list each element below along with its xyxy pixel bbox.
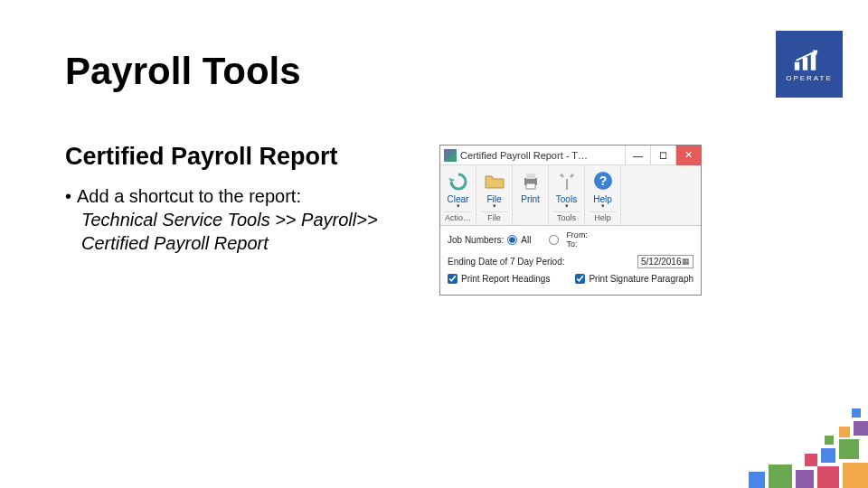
ending-date-value: 5/12/2016 [641,257,682,267]
minimize-button[interactable]: — [625,145,650,165]
app-window: Certified Payroll Report - T… — ◻ ✕ Clea… [439,145,702,296]
svg-rect-5 [526,183,535,189]
help-icon: ? [590,168,616,193]
chevron-down-icon: ▾ [493,202,496,210]
svg-rect-0 [795,61,799,70]
ribbon-cat-file: File [480,211,508,222]
slide-title: Payroll Tools [65,50,301,93]
printer-icon [518,168,543,193]
ribbon-tools[interactable]: Tools ▾ Tools [549,165,585,225]
ribbon: Clear ▾ Actio… File ▾ File Print . Tools [440,165,701,226]
job-numbers-range-radio[interactable] [549,235,559,245]
form-area: Job Numbers: All From: To: Ending Date o… [440,226,701,295]
print-headings-label: Print Report Headings [461,274,550,284]
ending-date-row: Ending Date of 7 Day Period: 5/12/2016 ▦ [448,255,693,268]
job-numbers-all-label: All [521,235,531,245]
bullet-item: •Add a shortcut to the report: Technical… [65,184,409,255]
bullet-detail: Technical Service Tools >> Payroll>> Cer… [81,208,409,255]
section-title: Certified Payroll Report [65,143,338,171]
close-button[interactable]: ✕ [675,145,701,165]
undo-arrow-icon [446,168,471,193]
ending-date-label: Ending Date of 7 Day Period: [448,257,565,267]
window-title: Certified Payroll Report - T… [460,150,625,161]
ribbon-cat-tools: Tools [552,211,580,222]
chevron-down-icon: ▾ [601,202,605,210]
maximize-button[interactable]: ◻ [650,145,675,165]
operate-logo: OPERATE [776,31,843,98]
titlebar: Certified Payroll Report - T… — ◻ ✕ [440,145,701,165]
bullet-lead: Add a shortcut to the report: [77,186,301,206]
svg-rect-4 [526,174,535,179]
bar-chart-arrow-icon [793,47,826,72]
ribbon-print[interactable]: Print . [513,165,549,225]
print-headings-checkbox[interactable] [448,274,458,284]
ribbon-cat-help: Help [589,211,617,222]
chevron-down-icon: ▾ [457,202,460,210]
checkbox-row: Print Report Headings Print Signature Pa… [448,274,693,284]
bullet-marker: • [65,186,71,206]
print-signature-label: Print Signature Paragraph [589,274,693,284]
job-numbers-all-radio[interactable] [507,235,517,245]
svg-text:?: ? [599,174,607,188]
ribbon-cat-actions: Actio… [444,211,472,222]
tools-icon [554,168,580,193]
folder-open-icon [482,168,507,193]
ending-date-field[interactable]: 5/12/2016 ▦ [637,255,693,268]
job-numbers-label: Job Numbers: [448,235,504,245]
ribbon-help[interactable]: ? Help ▾ Help [585,165,621,225]
ribbon-print-label: Print [521,194,540,204]
chevron-down-icon: ▾ [565,202,569,210]
job-numbers-row: Job Numbers: All From: To: [448,231,693,249]
svg-rect-1 [803,57,807,70]
svg-rect-2 [811,52,816,70]
ribbon-file[interactable]: File ▾ File [476,165,513,225]
logo-text: OPERATE [786,74,833,82]
app-icon [444,149,457,162]
calendar-icon: ▦ [682,257,690,266]
decorative-squares [669,380,868,488]
print-signature-checkbox[interactable] [575,274,585,284]
ribbon-clear[interactable]: Clear ▾ Actio… [440,165,476,225]
to-label: To: [566,240,588,249]
